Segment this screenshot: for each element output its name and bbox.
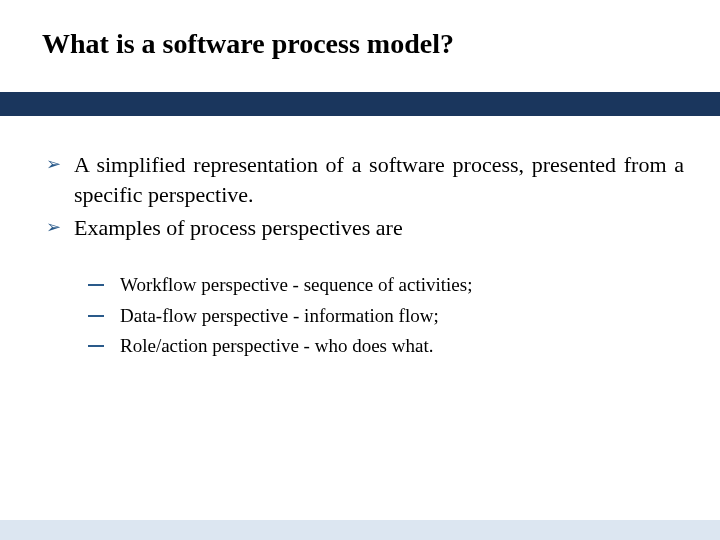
content-region: A simplified representation of a softwar… (42, 150, 684, 363)
sub-bullet-item: Role/action perspective - who does what. (84, 332, 684, 361)
main-bullet-list: A simplified representation of a softwar… (42, 150, 684, 243)
sub-bullet-list: Workflow perspective - sequence of activ… (84, 271, 684, 361)
bullet-item: A simplified representation of a softwar… (42, 150, 684, 209)
slide: What is a software process model? A simp… (0, 0, 720, 540)
footer-bar (0, 520, 720, 540)
sub-bullet-item: Workflow perspective - sequence of activ… (84, 271, 684, 300)
slide-title: What is a software process model? (42, 28, 680, 60)
sub-bullet-item: Data-flow perspective - information flow… (84, 302, 684, 331)
title-region: What is a software process model? (42, 28, 680, 60)
accent-bar (0, 92, 720, 116)
bullet-item: Examples of process perspectives are (42, 213, 684, 243)
